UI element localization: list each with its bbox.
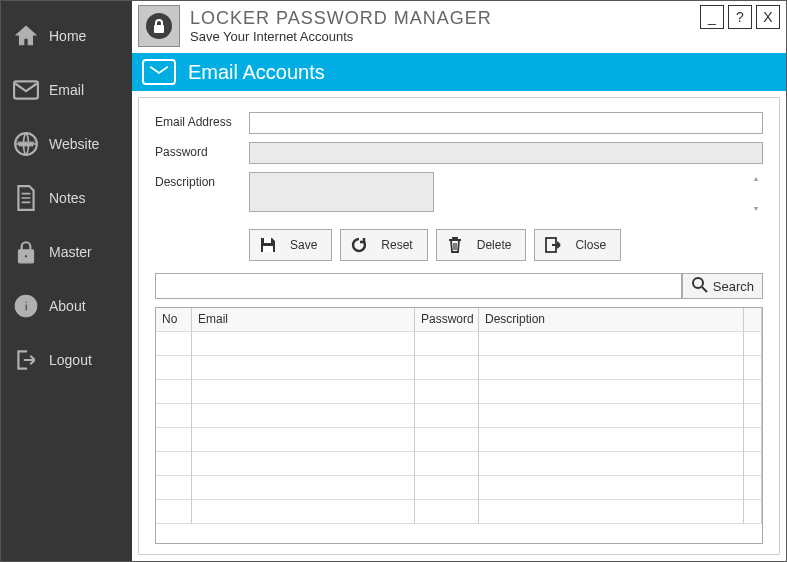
grid-body — [156, 332, 762, 543]
lock-app-button[interactable] — [138, 5, 180, 47]
svg-rect-8 — [264, 238, 271, 243]
sidebar-item-label: Notes — [49, 190, 86, 206]
sidebar-item-label: Email — [49, 82, 84, 98]
table-row[interactable] — [156, 356, 762, 380]
table-row[interactable] — [156, 404, 762, 428]
save-button-label: Save — [290, 238, 317, 252]
sidebar-item-label: About — [49, 298, 86, 314]
main-area: LOCKER PASSWORD MANAGER Save Your Intern… — [132, 1, 786, 561]
sidebar-item-master[interactable]: Master — [1, 225, 132, 279]
table-row[interactable] — [156, 380, 762, 404]
password-label: Password — [155, 142, 249, 159]
email-input[interactable] — [249, 112, 763, 134]
description-label: Description — [155, 172, 249, 189]
search-icon — [691, 276, 709, 297]
close-button[interactable]: Close — [534, 229, 621, 261]
description-input[interactable] — [249, 172, 434, 212]
sidebar-item-label: Home — [49, 28, 86, 44]
svg-point-11 — [693, 278, 703, 288]
table-row[interactable] — [156, 476, 762, 500]
table-row[interactable] — [156, 428, 762, 452]
textarea-scroll-hint: ▴▾ — [751, 174, 761, 213]
password-input[interactable] — [249, 142, 763, 164]
sidebar-item-label: Website — [49, 136, 99, 152]
delete-button-label: Delete — [477, 238, 512, 252]
search-button-label: Search — [713, 279, 754, 294]
close-button-label: Close — [575, 238, 606, 252]
sidebar: Home Email WWW Website Notes Master — [1, 1, 132, 561]
sidebar-item-email[interactable]: Email — [1, 63, 132, 117]
envelope-icon — [13, 77, 39, 103]
email-label: Email Address — [155, 112, 249, 129]
col-description: Description — [479, 308, 744, 332]
section-bar: Email Accounts — [132, 53, 786, 91]
accounts-grid[interactable]: No Email Password Description — [155, 307, 763, 544]
sidebar-item-website[interactable]: WWW Website — [1, 117, 132, 171]
refresh-icon — [349, 235, 369, 255]
col-no: No — [156, 308, 192, 332]
help-button[interactable]: ? — [728, 5, 752, 29]
sidebar-item-label: Master — [49, 244, 92, 260]
svg-rect-9 — [263, 246, 273, 252]
home-icon — [13, 23, 39, 49]
logout-icon — [13, 347, 39, 373]
col-spacer — [744, 308, 762, 332]
app-subtitle: Save Your Internet Accounts — [190, 29, 492, 44]
globe-icon: WWW — [13, 131, 39, 157]
exit-icon — [543, 235, 563, 255]
sidebar-item-home[interactable]: Home — [1, 9, 132, 63]
table-row[interactable] — [156, 332, 762, 356]
reset-button[interactable]: Reset — [340, 229, 427, 261]
info-icon: i — [13, 293, 39, 319]
minimize-button[interactable]: _ — [700, 5, 724, 29]
search-button[interactable]: Search — [682, 273, 763, 299]
sidebar-item-logout[interactable]: Logout — [1, 333, 132, 387]
search-input[interactable] — [155, 273, 682, 299]
svg-text:i: i — [24, 297, 28, 314]
save-icon — [258, 235, 278, 255]
table-row[interactable] — [156, 452, 762, 476]
sidebar-item-notes[interactable]: Notes — [1, 171, 132, 225]
app-title: LOCKER PASSWORD MANAGER — [190, 8, 492, 29]
svg-text:WWW: WWW — [18, 141, 34, 147]
note-icon — [13, 185, 39, 211]
envelope-icon — [142, 59, 176, 85]
section-title: Email Accounts — [188, 61, 325, 84]
close-window-button[interactable]: X — [756, 5, 780, 29]
reset-button-label: Reset — [381, 238, 412, 252]
col-email: Email — [192, 308, 415, 332]
svg-rect-7 — [154, 25, 164, 33]
grid-header: No Email Password Description — [156, 308, 762, 332]
trash-icon — [445, 235, 465, 255]
lock-icon — [13, 239, 39, 265]
table-row[interactable] — [156, 500, 762, 524]
svg-point-4 — [24, 255, 27, 258]
sidebar-item-label: Logout — [49, 352, 92, 368]
delete-button[interactable]: Delete — [436, 229, 527, 261]
save-button[interactable]: Save — [249, 229, 332, 261]
col-password: Password — [415, 308, 479, 332]
sidebar-item-about[interactable]: i About — [1, 279, 132, 333]
content-panel: Email Address Password Description ▴▾ — [138, 97, 780, 555]
header: LOCKER PASSWORD MANAGER Save Your Intern… — [132, 1, 786, 53]
